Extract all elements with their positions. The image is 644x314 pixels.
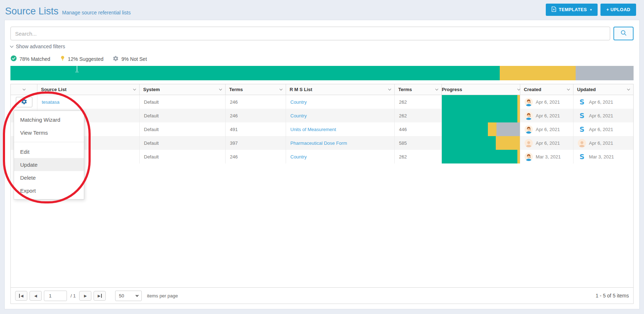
source-lists-page: Source Lists Manage source referential l… [0,0,644,314]
gear-icon [113,55,119,63]
created-cell: Apr 6, 2021 [520,136,573,150]
terms-cell: 246 [226,109,286,122]
next-page-button[interactable]: ▶ [79,291,91,301]
table-row: Default491Units of Measurement446Apr 6, … [11,122,633,136]
menu-item-matching-wizard[interactable]: Matching Wizard [14,113,84,126]
match-stats: 78% Matched12% Suggested9% Not Set [10,55,634,63]
menu-item-delete[interactable]: Delete [14,171,84,184]
table-row: Default246Country262Mar 3, 2021SMar 3, 2… [11,150,633,163]
table-row: tesatasaDefault246Country262Apr 6, 2021S… [11,95,633,109]
column-header-progress[interactable]: Progress [442,84,520,95]
progress-segment-matched [442,95,517,109]
stat-label: 78% Matched [19,56,50,62]
column-header-source-list[interactable]: Source List [37,84,140,95]
progress-cell [442,122,520,136]
grid-header-row: Source ListSystemTermsR M S ListTermsPro… [11,84,633,95]
row-progress-bar [442,95,520,109]
column-header-terms[interactable]: Terms [226,84,286,95]
advanced-filters-toggle[interactable]: Show advanced filters [10,44,65,49]
progress-segment-suggested [517,95,520,109]
page-count-label: / 1 [71,293,76,299]
chevron-down-icon [388,88,391,90]
chevron-down-icon [517,88,520,90]
match-summary-bar [10,66,634,80]
terms-cell: 246 [226,95,286,109]
column-header-updated[interactable]: Updated [573,84,633,95]
progress-segment-suggested [488,122,496,136]
s-logo-icon: S [578,153,586,161]
updated-date: Apr 6, 2021 [589,140,613,146]
rms-list-cell: Pharmaceutical Dose Form [286,136,395,150]
user-avatar [525,153,533,161]
action-cell [11,95,37,109]
chevron-down-icon [10,44,14,48]
user-avatar [525,98,533,106]
created-cell: Apr 6, 2021 [520,122,573,136]
source-list-cell: tesatasa [37,95,140,109]
progress-segment-suggested [517,150,520,163]
stat-78-matched: 78% Matched [10,55,50,63]
rms-terms-cell: 262 [395,95,442,109]
progress-cell [442,150,520,163]
previous-page-button[interactable]: ◀ [30,291,42,301]
search-button[interactable] [613,27,634,40]
menu-item-edit[interactable]: Edit [14,145,84,158]
rms-list-link[interactable]: Units of Measurement [290,127,336,132]
templates-button[interactable]: TEMPLATES ▾ [546,4,598,16]
grid-body: tesatasaDefault246Country262Apr 6, 2021S… [11,95,633,163]
column-header-label: System [143,87,160,92]
stat-label: 9% Not Set [121,56,147,62]
table-row: Default246Country262Apr 6, 2021SApr 6, 2… [11,109,633,122]
rms-list-cell: Country [286,95,395,109]
s-logo-icon: S [578,98,586,106]
page-number-input[interactable] [44,291,67,301]
gear-icon [21,98,27,106]
column-header-label: Progress [442,87,462,92]
system-cell: Default [140,95,226,109]
column-header-created[interactable]: Created [520,84,573,95]
menu-item-view-terms[interactable]: View Terms [14,126,84,139]
last-page-button[interactable]: ▶ [94,291,106,301]
rms-terms-cell: 585 [395,136,442,150]
file-icon [552,6,556,13]
rms-list-link[interactable]: Country [290,99,307,105]
progress-segment-suggested [517,109,520,122]
chevron-down-icon [136,293,139,296]
rms-list-link[interactable]: Country [290,113,307,118]
progress-segment-matched [442,136,496,150]
updated-date: Mar 3, 2021 [589,154,614,160]
caret-down-icon: ▾ [590,8,592,12]
progress-segment-not_set [496,122,520,136]
table-row: Default397Pharmaceutical Dose Form585Apr… [11,136,633,150]
row-actions-gear-button[interactable] [16,97,32,107]
progress-segment-matched [442,109,517,122]
rms-list-cell: Country [286,109,395,122]
content-panel: Show advanced filters 78% Matched12% Sug… [4,20,640,309]
search-input[interactable] [10,27,610,40]
progress-segment-matched [442,122,488,136]
created-date: Apr 6, 2021 [536,99,560,105]
menu-item-export[interactable]: Export [14,184,84,197]
created-date: Apr 6, 2021 [536,113,560,118]
page-size-select[interactable]: 50 [115,291,142,301]
person-avatar [578,139,586,147]
column-header-r-m-s-list[interactable]: R M S List [286,84,395,95]
chevron-down-icon [133,88,136,90]
rms-list-link[interactable]: Country [290,154,307,160]
column-header-system[interactable]: System [140,84,226,95]
created-cell: Apr 6, 2021 [520,109,573,122]
menu-item-update[interactable]: Update [14,158,84,171]
upload-button[interactable]: + UPLOAD [600,4,636,16]
rms-list-link[interactable]: Pharmaceutical Dose Form [290,140,347,146]
rms-list-cell: Units of Measurement [286,122,395,136]
first-page-button[interactable]: ◀ [15,291,27,301]
source-list-link[interactable]: tesatasa [42,99,59,105]
column-header-terms[interactable]: Terms [395,84,442,95]
summary-segment-not_set [576,66,634,80]
system-cell: Default [140,109,226,122]
progress-cell [442,109,520,122]
person-avatar [525,139,533,147]
summary-segment-suggested [500,66,576,80]
column-header-actions[interactable] [11,84,37,95]
column-header-label: Terms [229,87,243,92]
